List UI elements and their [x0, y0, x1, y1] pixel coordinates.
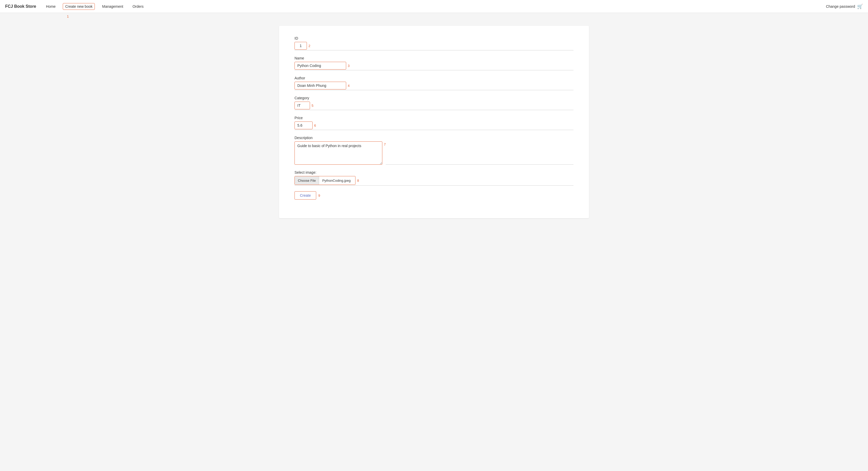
- price-annotation: 6: [314, 124, 316, 127]
- nav-links: Home Create new book Management Orders: [44, 3, 826, 10]
- nav-create-new-book[interactable]: Create new book: [63, 3, 95, 10]
- description-label: Description: [294, 136, 574, 140]
- description-annotation: 7: [384, 142, 386, 146]
- file-annotation: 8: [357, 179, 359, 182]
- image-field-group: Select image: Choose File PythonCoding.j…: [294, 170, 574, 186]
- category-annotation: 5: [312, 104, 313, 108]
- nav-management[interactable]: Management: [100, 3, 125, 9]
- author-label: Author: [294, 76, 574, 80]
- nav-annotation: 1: [67, 14, 69, 18]
- nav-orders[interactable]: Orders: [130, 3, 146, 9]
- cart-icon[interactable]: 🛒: [857, 4, 863, 9]
- brand-logo: FCJ Book Store: [5, 4, 36, 9]
- create-annotation: 9: [318, 194, 320, 198]
- description-field-group: Description Guide to basic of Python in …: [294, 136, 574, 165]
- nav-home[interactable]: Home: [44, 3, 58, 9]
- author-input[interactable]: [294, 82, 346, 89]
- description-textarea[interactable]: Guide to basic of Python in real project…: [294, 141, 382, 165]
- name-field-group: Name 3: [294, 56, 574, 70]
- id-input[interactable]: [294, 42, 307, 50]
- file-input-box: Choose File PythonCoding.jpeg: [294, 176, 355, 185]
- price-label: Price: [294, 116, 574, 120]
- price-input[interactable]: [294, 121, 313, 129]
- id-field-group: ID 2: [294, 36, 574, 51]
- file-name-display: PythonCoding.jpeg: [319, 177, 355, 184]
- name-label: Name: [294, 56, 574, 60]
- author-field-group: Author 4: [294, 76, 574, 90]
- navbar: FCJ Book Store Home Create new book Mana…: [0, 0, 868, 13]
- id-annotation: 2: [308, 44, 310, 48]
- category-input[interactable]: [294, 101, 310, 109]
- create-button[interactable]: Create: [294, 191, 316, 200]
- price-field-group: Price 6: [294, 116, 574, 130]
- select-image-label: Select image:: [294, 170, 574, 175]
- category-label: Category: [294, 96, 574, 100]
- name-annotation: 3: [348, 64, 349, 68]
- navbar-right: Change password 🛒: [826, 4, 863, 9]
- main-form-container: ID 2 Name 3 Author 4: [279, 26, 589, 218]
- choose-file-button[interactable]: Choose File: [295, 176, 319, 184]
- id-label: ID: [294, 36, 574, 40]
- author-annotation: 4: [348, 84, 349, 88]
- create-button-group: Create 9: [294, 191, 574, 200]
- name-input[interactable]: [294, 62, 346, 69]
- change-password-link[interactable]: Change password: [826, 4, 855, 8]
- category-field-group: Category 5: [294, 96, 574, 110]
